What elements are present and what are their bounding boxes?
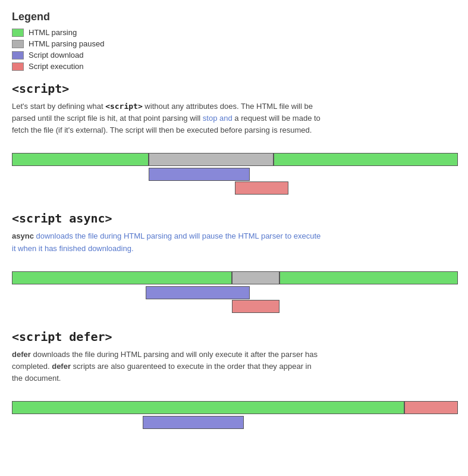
- legend: Legend HTML parsing HTML parsing paused …: [12, 11, 456, 71]
- bar-script-gray: [149, 153, 274, 166]
- swatch-html-parsing-paused: [12, 40, 24, 48]
- legend-label-html-parsing: HTML parsing: [29, 28, 77, 37]
- legend-item-html-parsing: HTML parsing: [12, 28, 456, 37]
- bar-script-pink: [235, 181, 288, 195]
- section-title-script-defer: <script defer>: [12, 330, 456, 344]
- swatch-html-parsing: [12, 29, 24, 37]
- diagram-script: [12, 147, 458, 195]
- code-async: async: [12, 231, 34, 240]
- legend-title: Legend: [12, 11, 456, 23]
- legend-items: HTML parsing HTML parsing paused Script …: [12, 28, 456, 71]
- section-script: <script> Let's start by defining what <s…: [12, 82, 456, 195]
- bar-async-green-1: [12, 271, 232, 284]
- bar-defer-pink: [404, 401, 458, 414]
- legend-label-script-download: Script download: [29, 51, 84, 60]
- diagram-script-defer: [12, 395, 458, 449]
- bar-defer-blue: [143, 416, 244, 429]
- bar-async-green-2: [279, 271, 458, 284]
- code-defer-1: defer: [12, 350, 31, 359]
- section-script-defer: <script defer> defer downloads the file …: [12, 330, 456, 449]
- legend-item-script-execution: Script execution: [12, 62, 456, 71]
- bar-async-gray: [232, 271, 279, 284]
- section-script-async: <script async> async downloads the file …: [12, 211, 456, 312]
- desc-script-async: async downloads the file during HTML par…: [12, 230, 321, 254]
- swatch-script-download: [12, 51, 24, 60]
- highlight-stop-and: stop and: [203, 114, 233, 123]
- code-defer-2: defer: [52, 362, 71, 371]
- bar-async-blue: [146, 286, 250, 299]
- desc-script-defer: defer downloads the file during HTML par…: [12, 349, 321, 384]
- desc-script: Let's start by defining what <script> wi…: [12, 101, 321, 136]
- legend-item-html-parsing-paused: HTML parsing paused: [12, 39, 456, 48]
- bar-async-pink: [232, 300, 279, 313]
- section-title-script: <script>: [12, 82, 456, 96]
- bar-script-blue: [149, 168, 250, 181]
- diagram-script-async: [12, 265, 458, 313]
- legend-label-script-execution: Script execution: [29, 62, 84, 71]
- legend-item-script-download: Script download: [12, 51, 456, 60]
- section-title-script-async: <script async>: [12, 211, 456, 226]
- bar-defer-green: [12, 401, 404, 414]
- async-desc-text: downloads the file during HTML parsing a…: [12, 231, 321, 252]
- bar-script-green-2: [274, 153, 458, 166]
- bar-script-green-1: [12, 153, 149, 166]
- legend-label-html-parsing-paused: HTML parsing paused: [29, 39, 104, 48]
- code-script: <script>: [105, 102, 143, 111]
- swatch-script-execution: [12, 62, 24, 71]
